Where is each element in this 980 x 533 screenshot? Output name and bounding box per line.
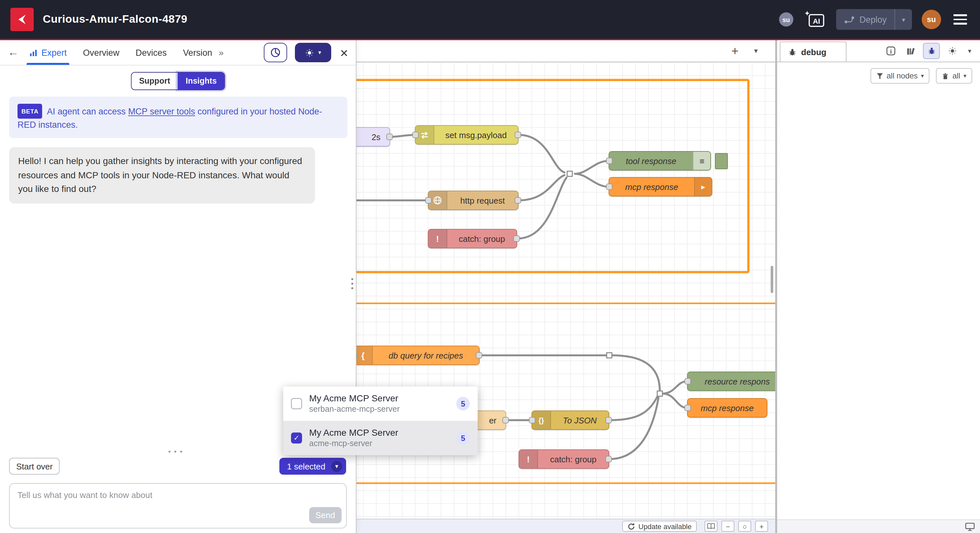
input-port[interactable] <box>606 158 612 164</box>
pipeline-icon <box>844 15 855 24</box>
navigator-button[interactable] <box>705 521 718 532</box>
server-title: My Acme MCP Server <box>309 392 449 404</box>
canvas-scrollbar-thumb[interactable] <box>771 266 773 293</box>
tab-expert[interactable]: Expert <box>29 40 67 65</box>
add-flow-icon[interactable]: + <box>732 45 738 57</box>
wire-junction[interactable] <box>607 353 612 358</box>
mode-insights-button[interactable]: Insights <box>178 73 224 89</box>
server-dropdown-popup: My Acme MCP Server serban-acme-mcp-serve… <box>283 386 478 455</box>
catch-icon: ! <box>428 230 447 248</box>
output-port[interactable] <box>502 417 509 423</box>
tab-label: Overview <box>83 48 119 57</box>
node-label: mcp response <box>609 182 694 191</box>
usage-chart-button[interactable] <box>264 43 287 62</box>
clear-all-label: all <box>953 71 960 80</box>
server-option-1[interactable]: My Acme MCP Server serban-acme-mcp-serve… <box>283 386 478 421</box>
info-sidebar-button[interactable]: i <box>883 43 898 58</box>
tab-debug[interactable]: debug <box>780 41 846 62</box>
node-mcp-response-2[interactable]: mcp response <box>687 398 767 418</box>
input-port[interactable] <box>412 132 419 138</box>
send-button[interactable]: Send <box>309 507 342 523</box>
open-console-icon[interactable] <box>965 522 975 531</box>
server-option-2[interactable]: My Acme MCP Server acme-mcp-server 5 <box>283 421 478 455</box>
beta-text: AI agent can access <box>47 107 128 116</box>
output-port[interactable] <box>513 235 520 242</box>
node-set-msg-payload[interactable]: set msg.payload <box>415 125 519 145</box>
output-port[interactable] <box>605 456 612 462</box>
node-catch-group-2[interactable]: ! catch: group <box>519 449 609 469</box>
help-docs-button[interactable] <box>903 43 918 58</box>
debug-sidebar: debug i ▾ all nodes <box>777 40 980 533</box>
update-available-label: Update available <box>638 522 692 530</box>
message-input[interactable] <box>9 483 347 528</box>
wire-junction[interactable] <box>567 171 572 176</box>
zoom-out-button[interactable]: − <box>721 521 734 532</box>
node-db-query[interactable]: { db query for recipes <box>353 346 480 365</box>
back-arrow-icon[interactable]: ← <box>8 46 19 59</box>
output-port[interactable] <box>386 134 393 140</box>
output-port[interactable] <box>515 197 521 204</box>
tab-devices[interactable]: Devices <box>136 40 167 65</box>
input-port[interactable] <box>425 197 432 204</box>
node-label: set msg.payload <box>434 130 518 140</box>
team-avatar[interactable]: su <box>779 12 793 27</box>
flowfuse-logo-icon[interactable] <box>10 8 34 31</box>
svg-text:i: i <box>889 48 891 55</box>
panel-expander-handle[interactable] <box>169 451 182 453</box>
checkbox-checked[interactable] <box>291 432 302 444</box>
wire-junction[interactable] <box>657 391 662 396</box>
deploy-options-caret[interactable]: ▾ <box>894 9 912 30</box>
start-over-button[interactable]: Start over <box>9 458 60 475</box>
node-http-request[interactable]: http request <box>428 191 519 210</box>
output-port[interactable] <box>476 352 482 359</box>
node-catch-group-1[interactable]: ! catch: group <box>428 229 517 248</box>
tab-label: Expert <box>41 48 67 57</box>
selection-label: 1 selected <box>287 461 325 471</box>
zoom-reset-button[interactable]: ○ <box>738 521 751 532</box>
assistant-tab-bar: ← Expert Overview Devices Version » ▾ × <box>0 40 356 65</box>
deploy-button[interactable]: Deploy ▾ <box>836 9 912 30</box>
node-label: db query for recipes <box>373 351 479 360</box>
output-port[interactable] <box>605 417 612 423</box>
output-port[interactable] <box>515 132 521 138</box>
input-port[interactable] <box>606 184 612 190</box>
node-label: http request <box>447 196 518 205</box>
sidebar-tabs-caret-icon[interactable]: ▾ <box>964 43 975 58</box>
books-icon <box>906 46 915 56</box>
input-port[interactable] <box>529 417 535 423</box>
zoom-in-button[interactable]: + <box>755 521 768 532</box>
caret-down-icon: ▾ <box>318 49 321 56</box>
more-tabs-chevron-icon[interactable]: » <box>219 47 224 58</box>
node-tool-response[interactable]: tool response ≡ <box>609 151 711 171</box>
debug-sidebar-button[interactable] <box>923 43 940 59</box>
debug-footer <box>777 519 980 533</box>
tab-overview[interactable]: Overview <box>83 40 119 65</box>
gear-icon <box>947 46 957 56</box>
mcp-server-tools-link[interactable]: MCP server tools <box>128 107 195 116</box>
server-selection-button[interactable]: 1 selected ▼ <box>279 458 346 475</box>
panel-resize-handle[interactable] <box>351 278 353 289</box>
tab-version[interactable]: Version <box>183 40 212 65</box>
input-port[interactable] <box>684 378 691 385</box>
input-port[interactable] <box>684 405 691 411</box>
tab-label: Version <box>183 48 212 57</box>
user-avatar[interactable]: su <box>922 10 941 29</box>
debug-filter-nodes-button[interactable]: all nodes ▾ <box>870 68 930 84</box>
filter-nodes-label: all nodes <box>887 71 918 80</box>
flow-list-caret-icon[interactable]: ▾ <box>754 47 758 55</box>
expert-icon <box>29 48 38 57</box>
close-icon[interactable]: × <box>340 46 348 59</box>
node-to-json[interactable]: {} To JSON <box>531 410 609 430</box>
assistant-settings-button[interactable]: ▾ <box>294 43 331 62</box>
debug-enable-toggle[interactable] <box>715 153 728 169</box>
ai-assistant-button[interactable]: AI <box>803 9 826 30</box>
settings-sidebar-button[interactable] <box>944 43 960 58</box>
checkbox-unchecked[interactable] <box>291 398 302 409</box>
main-menu-icon[interactable] <box>951 12 970 27</box>
node-resource-response[interactable]: resource respons <box>687 372 776 391</box>
update-available-button[interactable]: Update available <box>622 521 697 532</box>
mode-support-button[interactable]: Support <box>131 73 178 89</box>
deploy-button-main[interactable]: Deploy <box>836 9 894 30</box>
debug-clear-button[interactable]: all ▾ <box>936 68 972 84</box>
node-mcp-response-1[interactable]: mcp response ► <box>609 177 712 196</box>
